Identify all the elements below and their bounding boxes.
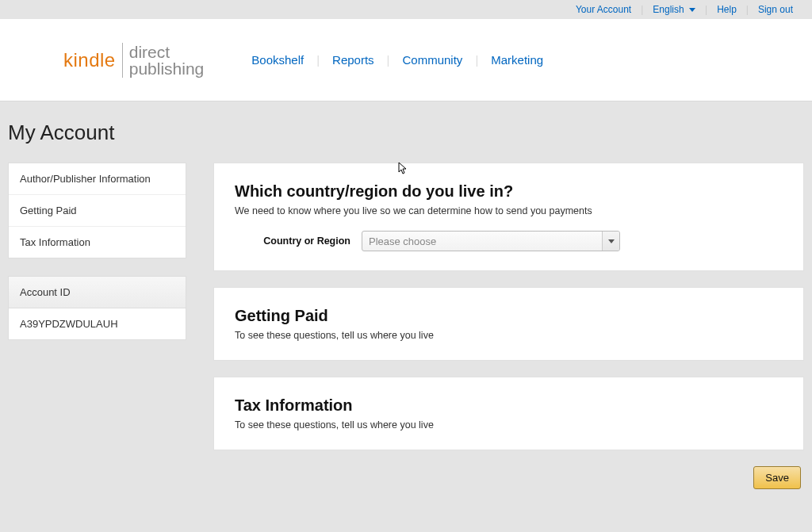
language-selector[interactable]: English (653, 4, 695, 15)
help-link[interactable]: Help (717, 4, 737, 15)
divider: | (387, 53, 390, 67)
logo-publishing: publishing (129, 60, 205, 77)
your-account-link[interactable]: Your Account (576, 4, 631, 15)
nav-bookshelf[interactable]: Bookshelf (251, 53, 304, 67)
main-content: Which country/region do you live in? We … (213, 163, 804, 489)
card-tax-info: Tax Information To see these questions, … (213, 377, 804, 450)
logo-dp: direct publishing (129, 44, 205, 77)
sidebar-item-author-info[interactable]: Author/Publisher Information (9, 163, 186, 195)
country-field-label: Country or Region (263, 235, 350, 247)
utility-bar: Your Account | English | Help | Sign out (0, 0, 812, 19)
card-country: Which country/region do you live in? We … (213, 163, 804, 271)
page-body: My Account Author/Publisher Information … (0, 101, 812, 489)
language-label: English (653, 4, 684, 15)
chevron-down-icon (689, 8, 695, 12)
tax-title: Tax Information (235, 396, 783, 415)
divider: | (705, 4, 707, 15)
account-id-value: A39YPDZWDULAUH (9, 308, 186, 339)
nav-reports[interactable]: Reports (332, 53, 374, 67)
getting-paid-subtitle: To see these questions, tell us where yo… (235, 330, 783, 341)
divider: | (746, 4, 749, 15)
sidebar-item-tax-info[interactable]: Tax Information (9, 227, 186, 258)
signout-link[interactable]: Sign out (758, 4, 793, 15)
logo-direct: direct (129, 44, 205, 60)
layout: Author/Publisher Information Getting Pai… (8, 163, 804, 489)
main-nav: Bookshelf | Reports | Community | Market… (251, 53, 543, 67)
sidebar-account-id: Account ID A39YPDZWDULAUH (8, 276, 186, 340)
country-subtitle: We need to know where you live so we can… (235, 205, 783, 216)
sidebar-sections: Author/Publisher Information Getting Pai… (8, 163, 186, 258)
getting-paid-title: Getting Paid (235, 307, 783, 325)
nav-community[interactable]: Community (403, 53, 463, 67)
divider: | (475, 53, 478, 67)
tax-subtitle: To see these questions, tell us where yo… (235, 419, 783, 431)
card-getting-paid: Getting Paid To see these questions, tel… (213, 287, 804, 361)
logo[interactable]: kindle direct publishing (63, 43, 204, 78)
sidebar-item-getting-paid[interactable]: Getting Paid (9, 195, 186, 227)
logo-kindle: kindle (63, 49, 116, 71)
country-title: Which country/region do you live in? (235, 182, 783, 201)
country-select[interactable]: Please choose (362, 231, 620, 251)
main-header: kindle direct publishing Bookshelf | Rep… (0, 19, 812, 101)
logo-separator (122, 43, 123, 78)
account-id-label: Account ID (9, 277, 186, 308)
divider: | (641, 4, 643, 15)
divider: | (316, 53, 320, 67)
page-title: My Account (8, 121, 804, 145)
country-select-wrap: Please choose (362, 231, 620, 251)
save-button[interactable]: Save (753, 466, 801, 489)
sidebar: Author/Publisher Information Getting Pai… (8, 163, 186, 358)
save-row: Save (213, 466, 804, 489)
country-form-row: Country or Region Please choose (235, 231, 783, 251)
nav-marketing[interactable]: Marketing (491, 53, 543, 67)
